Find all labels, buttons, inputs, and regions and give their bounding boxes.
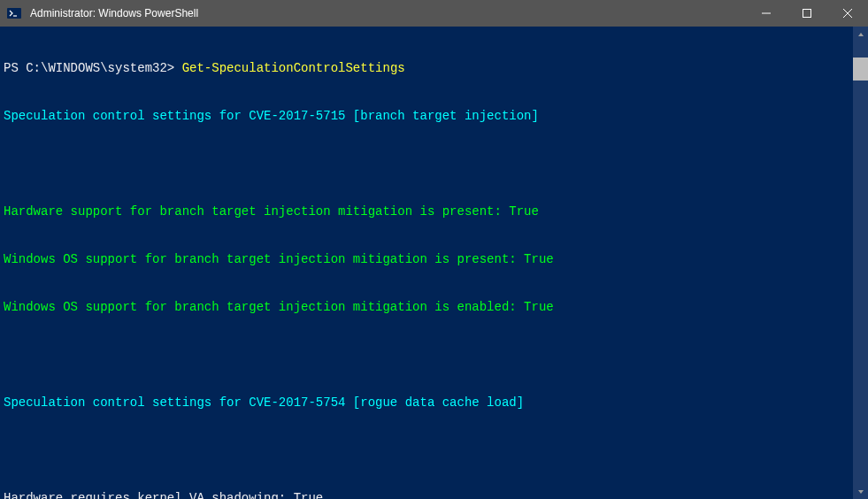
- scroll-thumb[interactable]: [853, 58, 868, 81]
- powershell-icon: [7, 6, 21, 20]
- window-title: Administrator: Windows PowerShell: [28, 7, 746, 19]
- blank-line: [4, 347, 849, 363]
- scrollbar[interactable]: [853, 27, 868, 499]
- svg-rect-0: [7, 8, 21, 19]
- scroll-up-button[interactable]: [853, 27, 868, 42]
- blank-line: [4, 442, 849, 458]
- output-line: Hardware support for branch target injec…: [4, 203, 849, 219]
- window-controls: [746, 0, 868, 27]
- svg-rect-3: [803, 10, 811, 18]
- blank-line: [4, 156, 849, 172]
- output-line: Speculation control settings for CVE-201…: [4, 395, 849, 411]
- output-line: Windows OS support for branch target inj…: [4, 299, 849, 315]
- command-text: Get-SpeculationControlSettings: [182, 61, 405, 75]
- output-line: Hardware requires kernel VA shadowing: T…: [4, 490, 849, 499]
- maximize-button[interactable]: [787, 0, 827, 27]
- minimize-button[interactable]: [746, 0, 787, 27]
- prompt-line: PS C:\WINDOWS\system32> Get-SpeculationC…: [4, 60, 849, 76]
- prompt-path: PS C:\WINDOWS\system32>: [4, 61, 182, 75]
- scroll-down-button[interactable]: [853, 484, 868, 499]
- terminal-output[interactable]: PS C:\WINDOWS\system32> Get-SpeculationC…: [0, 27, 853, 499]
- terminal-area: PS C:\WINDOWS\system32> Get-SpeculationC…: [0, 27, 868, 499]
- close-button[interactable]: [827, 0, 868, 27]
- output-line: Windows OS support for branch target inj…: [4, 251, 849, 267]
- scroll-track[interactable]: [853, 42, 868, 484]
- window-titlebar[interactable]: Administrator: Windows PowerShell: [0, 0, 868, 27]
- output-line: Speculation control settings for CVE-201…: [4, 108, 849, 124]
